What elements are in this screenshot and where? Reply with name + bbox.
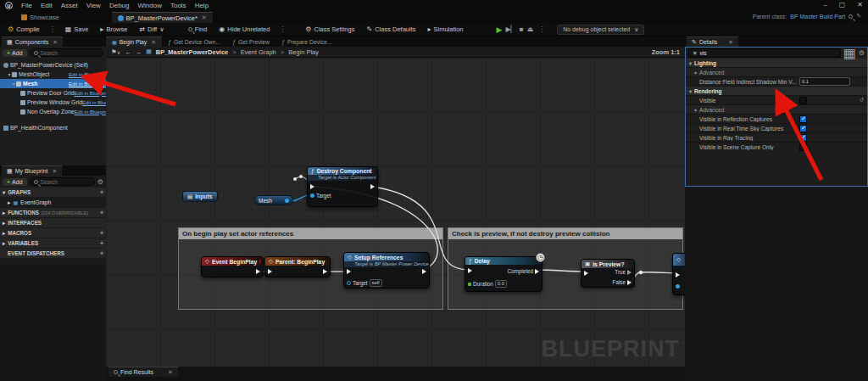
my-blueprint-tab-close-icon[interactable]: ✕ <box>53 168 58 175</box>
node-header[interactable]: ◇ Event BeginPlay <box>202 257 263 266</box>
menu-file[interactable]: File <box>21 2 32 9</box>
section-macros[interactable]: ▸ MACROS + <box>0 228 106 238</box>
breadcrumb-beginplay[interactable]: Begin Play <box>288 48 319 56</box>
add-variable-icon[interactable]: + <box>100 240 103 246</box>
property-value-input[interactable]: 0.1 <box>799 77 850 86</box>
maximize-button[interactable]: ▢ <box>839 1 846 8</box>
class-defaults-button[interactable]: ✎ Class Defaults <box>362 25 420 34</box>
simulation-button[interactable]: ▸ Simulation <box>424 25 468 34</box>
comment-title[interactable]: On begin play set actor references <box>179 228 442 239</box>
my-blueprint-search-input[interactable]: Search <box>30 177 95 186</box>
node-setup-references[interactable]: ◇ Setup References Target is BP Master P… <box>343 252 430 289</box>
add-graph-icon[interactable]: + <box>100 189 103 195</box>
tab-details[interactable]: ✎ Details ✕ <box>687 36 738 47</box>
breadcrumb-eventgraph[interactable]: Event Graph <box>241 48 276 56</box>
reflection-captures-checkbox[interactable] <box>799 115 807 123</box>
tab-components[interactable]: ▦ Components ✕ <box>2 36 63 47</box>
details-settings-icon[interactable]: ⚙ <box>859 49 865 57</box>
find-results-close-icon[interactable]: ✕ <box>168 369 173 376</box>
components-tab-close-icon[interactable]: ✕ <box>53 39 58 46</box>
component-row-mesh[interactable]: ▾ Mesh Edit in Blueprint <box>0 79 106 88</box>
edit-parent-icon[interactable]: ✎ <box>856 13 861 20</box>
exec-in-pin[interactable] <box>310 184 314 189</box>
component-row-preview-door-grid[interactable]: Preview Door Grid Edit in Blueprint <box>0 88 106 98</box>
node-is-preview[interactable]: ▣ Is Preview? True False <box>581 259 635 288</box>
add-dispatcher-icon[interactable]: + <box>100 250 103 256</box>
node-header[interactable]: ◇ <box>673 254 685 266</box>
exec-in-pin[interactable] <box>468 268 472 273</box>
parent-class-link[interactable]: BP Master Build Part <box>790 14 845 20</box>
find-button[interactable]: Find <box>184 25 212 34</box>
component-row-preview-window-grid[interactable]: Preview Window Grid Edit in Blueprint <box>0 98 106 107</box>
edit-in-blueprint-link[interactable]: Edit in Blueprint <box>75 91 110 96</box>
details-search-input[interactable]: ✕ vis <box>688 48 841 58</box>
tab-close-icon[interactable]: ✕ <box>151 39 156 46</box>
add-component-button[interactable]: + Add <box>3 49 27 57</box>
tab-begin-play[interactable]: ▦ Begin Play ✕ <box>106 36 162 47</box>
tab-close-icon[interactable]: ✕ <box>202 14 207 21</box>
tab-showcase[interactable]: Showcase <box>15 12 65 23</box>
edit-in-blueprint-link[interactable]: Edit in Blueprint <box>69 81 104 87</box>
node-header[interactable]: ▣ Is Preview? <box>581 260 634 268</box>
back-icon[interactable]: ← <box>125 48 131 56</box>
exec-in-pin[interactable] <box>584 271 588 276</box>
node-clipped-right[interactable]: ◇ <box>672 253 685 295</box>
compile-options-icon[interactable]: ⋮ <box>47 25 58 33</box>
edit-in-blueprint-link[interactable]: Edit in Blueprint <box>69 72 104 77</box>
minimize-button[interactable]: – <box>823 1 826 8</box>
search-icon[interactable] <box>849 14 853 19</box>
realtime-sky-checkbox[interactable] <box>799 125 807 132</box>
menu-tools[interactable]: Tools <box>170 2 186 9</box>
completed-exec-out-pin[interactable]: Completed <box>508 268 539 274</box>
close-button[interactable]: ✕ <box>857 1 863 8</box>
exec-out-pin[interactable] <box>422 269 426 274</box>
output-pin[interactable] <box>285 199 289 203</box>
node-inputs[interactable]: ▤ Inputs <box>182 191 218 202</box>
tab-bp-masterpowerdevice[interactable]: BP_MasterPowerDevice* ✕ <box>112 12 213 23</box>
class-settings-button[interactable]: ⚙ Class Settings <box>301 25 359 34</box>
edit-in-blueprint-link[interactable]: Edit in Blueprint <box>75 109 110 115</box>
duration-input[interactable]: 0.0 <box>495 280 507 288</box>
section-lighting-advanced[interactable]: ▾ Advanced <box>686 68 867 77</box>
stop-button[interactable]: ■ <box>520 25 524 33</box>
breadcrumb-root[interactable]: BP_MasterPowerDevice <box>156 48 228 56</box>
node-header[interactable]: ◇ Setup References <box>344 253 429 261</box>
node-delay[interactable]: ƒ Delay ◷ Completed Duration 0.0 <box>465 256 542 292</box>
section-graphs[interactable]: ▾ GRAPHS + <box>0 188 106 197</box>
details-tab-close-icon[interactable]: ✕ <box>728 39 733 46</box>
exec-out-pin[interactable] <box>323 269 327 274</box>
node-header[interactable]: ◇ Parent: BeginPlay <box>265 257 330 266</box>
tab-prepare-device[interactable]: ƒ Prepare Device... <box>275 36 337 47</box>
component-row-non-overlap-zone[interactable]: Non Overlap Zone Edit in Blueprint <box>0 107 106 116</box>
target-pin[interactable]: Target self <box>347 279 382 287</box>
node-event-beginplay[interactable]: ◇ Event BeginPlay <box>201 256 264 277</box>
section-rendering-advanced[interactable]: ▾ Advanced <box>686 105 867 115</box>
exec-out-pin[interactable] <box>256 269 260 274</box>
component-row-meshobject[interactable]: ▾ MeshObject Edit in Blueprint <box>0 70 106 79</box>
node-header[interactable]: ƒ Delay <box>465 257 542 265</box>
tab-find-results[interactable]: Find Results ✕ <box>108 367 178 377</box>
tab-my-blueprint[interactable]: ▦ My Blueprint ✕ <box>2 165 62 176</box>
debug-object-dropdown[interactable]: No debug object selected ∨ <box>557 25 644 35</box>
diff-button[interactable]: ⇄ Diff ∨ <box>135 25 168 34</box>
exec-in-pin[interactable] <box>676 272 680 277</box>
node-destroy-component[interactable]: ƒ Destroy Component Target is Actor Comp… <box>307 166 378 207</box>
save-button[interactable]: ▦ Save <box>61 25 93 34</box>
section-functions[interactable]: ▸ FUNCTIONS (104 OVERRIDABLE) + <box>0 208 106 217</box>
true-exec-out-pin[interactable]: True <box>615 269 632 275</box>
exec-in-pin[interactable] <box>347 269 351 274</box>
node-header[interactable]: ƒ Destroy Component <box>308 167 377 175</box>
node-mesh-variable[interactable]: Mesh <box>254 195 293 205</box>
target-pin[interactable] <box>676 284 680 289</box>
menu-edit[interactable]: Edit <box>41 2 53 9</box>
section-lighting[interactable]: ▾ Lighting <box>686 59 867 68</box>
section-variables[interactable]: ▸ VARIABLES + <box>0 238 106 248</box>
visible-checkbox[interactable] <box>799 97 807 104</box>
tab-get-preview[interactable]: ƒ Get Preview <box>226 36 275 47</box>
play-options-icon[interactable]: ⋮ <box>537 25 547 33</box>
item-caret-icon[interactable]: ▸ <box>8 199 10 206</box>
reset-to-default-icon[interactable]: ↺ <box>859 97 864 104</box>
play-button[interactable]: ▶ <box>497 25 503 34</box>
section-event-dispatchers[interactable]: EVENT DISPATCHERS + <box>0 249 106 258</box>
frame-skip-button[interactable]: ▶▏ <box>505 25 515 33</box>
